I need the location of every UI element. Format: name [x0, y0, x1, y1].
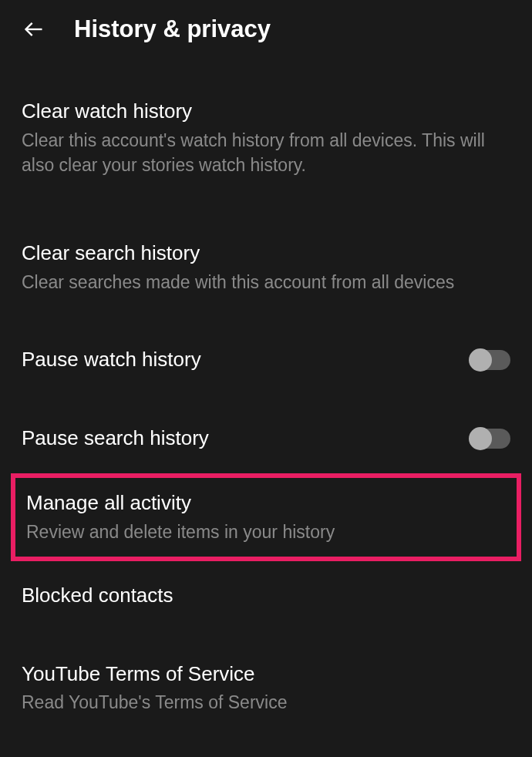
- setting-title: Blocked contacts: [22, 583, 510, 609]
- setting-text: Clear watch history Clear this account's…: [22, 99, 510, 177]
- setting-text: Pause watch history: [22, 347, 455, 373]
- spacer: [0, 390, 532, 409]
- manage-all-activity-item[interactable]: Manage all activity Review and delete it…: [11, 473, 521, 561]
- page-title: History & privacy: [74, 15, 271, 43]
- setting-text: Clear search history Clear searches made…: [22, 241, 510, 294]
- toggle-knob: [469, 427, 492, 450]
- header: History & privacy: [0, 0, 532, 59]
- spacer: [0, 626, 532, 644]
- setting-title: YouTube Terms of Service: [22, 661, 510, 688]
- setting-title: Clear watch history: [22, 99, 510, 125]
- clear-watch-history-item[interactable]: Clear watch history Clear this account's…: [0, 82, 532, 194]
- setting-text: Manage all activity Review and delete it…: [26, 490, 506, 544]
- pause-watch-history-toggle[interactable]: [470, 350, 510, 370]
- setting-text: Blocked contacts: [22, 583, 510, 609]
- setting-description: Review and delete items in your history: [26, 520, 506, 544]
- back-button[interactable]: [22, 17, 46, 42]
- spacer: [0, 311, 532, 330]
- setting-title: Clear search history: [22, 241, 510, 267]
- toggle-knob: [469, 348, 492, 372]
- setting-title: Pause search history: [22, 426, 455, 452]
- pause-watch-history-item[interactable]: Pause watch history: [0, 330, 532, 390]
- blocked-contacts-item[interactable]: Blocked contacts: [0, 566, 532, 626]
- pause-search-history-item[interactable]: Pause search history: [0, 409, 532, 469]
- settings-list: Clear watch history Clear this account's…: [0, 59, 532, 732]
- setting-text: YouTube Terms of Service Read YouTube's …: [22, 661, 510, 715]
- spacer: [0, 194, 532, 224]
- pause-search-history-toggle[interactable]: [470, 429, 510, 449]
- setting-title: Manage all activity: [26, 490, 506, 516]
- setting-description: Clear this account's watch history from …: [22, 128, 510, 177]
- arrow-left-icon: [23, 19, 45, 40]
- setting-title: Pause watch history: [22, 347, 455, 373]
- clear-search-history-item[interactable]: Clear search history Clear searches made…: [0, 224, 532, 311]
- setting-description: Clear searches made with this account fr…: [22, 270, 510, 294]
- setting-text: Pause search history: [22, 426, 455, 452]
- setting-description: Read YouTube's Terms of Service: [22, 690, 510, 715]
- youtube-terms-item[interactable]: YouTube Terms of Service Read YouTube's …: [0, 644, 532, 732]
